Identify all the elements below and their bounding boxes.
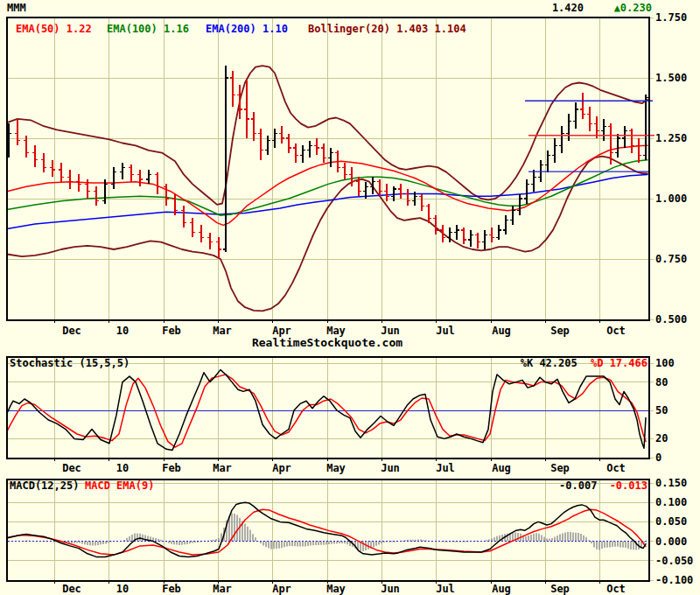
ohlc-bar [207,233,213,249]
x-axis-label: Sep [550,325,570,337]
macd-series [7,502,646,556]
y-axis-label: 1.000 [655,192,687,205]
x-axis-label: Oct [606,583,626,595]
x-axis-label: 10 [116,462,129,474]
percent-d-line [7,374,646,447]
ohlc-bar [164,184,169,206]
x-axis-label: Dec [62,325,81,337]
ohlc-bar [67,170,73,189]
macd-panel-x-axis: Dec10FebMarAprMayJunJulAugSepOct [0,583,665,595]
ohlc-bar [41,153,46,172]
ohlc-bar [370,177,375,193]
gridlines [8,358,648,458]
x-axis-label: Dec [62,462,81,474]
ohlc-bar [405,189,410,206]
x-axis-label: Jul [436,462,455,474]
x-axis-label: Sep [550,462,570,474]
y-axis-label: 50 [655,404,668,416]
ohlc-bar [15,119,20,145]
y-axis-label: 0.150 [655,477,687,489]
ohlc-bar [251,112,256,141]
ohlc-bar [468,230,473,247]
ohlc-bar [342,163,347,179]
ohlc-bar [32,145,38,167]
ohlc-bar [216,237,221,257]
ohlc-bar [24,136,29,158]
ticker-symbol: MMM [7,3,26,14]
ohlc-bar [328,148,333,167]
ohlc-bar [321,144,326,163]
ohlc-bar [244,80,249,138]
ohlc-bar [615,134,620,158]
ohlc-bar [538,160,543,182]
ohlc-bar [440,225,445,242]
ohlc-bar [517,194,522,216]
x-axis-label: May [326,583,346,595]
x-axis-label: Sep [550,583,570,595]
x-axis-label: Apr [272,325,291,337]
ohlc-bar [531,170,536,192]
ohlc-bar [307,141,312,158]
macd-title: MACD(12,25) [10,480,79,492]
ohlc-bar [155,172,160,194]
ohlc-bar [279,126,284,143]
y-axis-label: 0.100 [655,496,687,508]
y-axis-label: 1.750 [655,11,687,24]
macd-histogram [9,513,644,551]
y-axis-label: 0.750 [655,253,687,265]
x-axis-label: Aug [492,583,511,595]
x-axis-label: Oct [606,325,626,337]
ohlc-bar [258,129,263,160]
ohlc-bar [587,107,592,131]
ohlc-bar [503,215,508,234]
macd-signal-label: MACD EMA(9) [85,480,154,492]
y-axis-label: 20 [655,432,668,444]
ohlc-bar [454,225,459,240]
ohlc-bar [419,194,424,211]
ohlc-bar [461,228,466,244]
x-axis-label: Feb [162,583,181,595]
ohlc-bar [496,225,501,240]
ohlc-bar [300,145,305,162]
macd-readout: -0.007 -0.013 [490,480,648,492]
ohlc-bar [199,225,204,242]
ohlc-bar [190,218,195,237]
x-axis-label: 10 [116,583,129,595]
ohlc-bar [636,138,641,163]
ohlc-bar [559,126,564,152]
ohlc-bar [293,144,298,163]
ohlc-bar [286,134,291,153]
ohlc-bar [566,114,571,140]
ohlc-bar [489,228,494,242]
y-axis-label: 100 [655,357,675,369]
ohlc-bar [94,186,99,206]
x-axis-label: Aug [492,462,511,474]
x-axis-label: Apr [272,462,291,474]
watermark-sitename: RealtimeStockquote.com [0,337,654,348]
y-axis-label: -0.050 [655,555,693,567]
x-axis-label: Jul [436,325,455,337]
ohlc-bar [510,206,515,225]
x-axis-label: Feb [162,462,181,474]
x-axis-label: Apr [272,583,291,595]
ohlc-bar [643,94,648,160]
x-axis-label: Jun [381,583,400,595]
y-axis-label: 1.500 [655,72,687,84]
chart-canvas: 1.7501.5001.2501.0000.7500.5001008050200… [0,0,700,595]
last-price: 1.420 [522,3,584,14]
ohlc-bar [552,138,557,163]
y-axis-label: 0.000 [655,536,687,548]
ohlc-bar [482,230,487,249]
ohlc-bar [129,164,134,181]
price-panel: 1.7501.5001.2501.0000.7500.500 [8,11,687,326]
x-axis-label: Dec [62,583,81,595]
legend-ema200: EMA(200) 1.10 [206,24,288,35]
ohlc-bar [622,126,627,148]
price-panel-border [7,18,649,320]
x-axis-label: Aug [492,325,511,337]
ohlc-bar [524,179,529,204]
x-axis-label: Feb [162,325,181,337]
legend-bollinger: Bollinger(20) 1.403 1.104 [308,24,466,35]
x-axis-label: Jun [381,325,400,337]
y-axis-label: 1.250 [655,132,687,144]
